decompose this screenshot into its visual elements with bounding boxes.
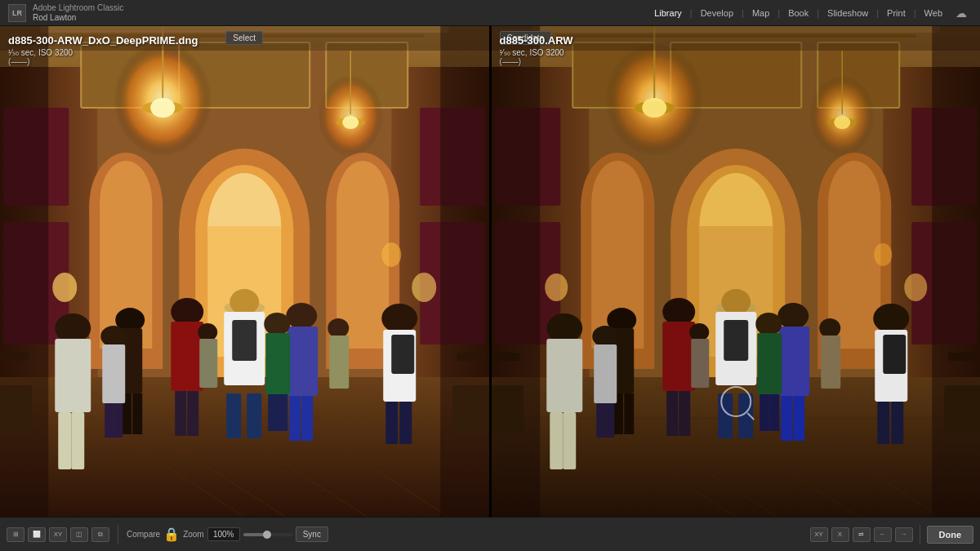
sync-btn[interactable]: Sync <box>296 527 328 542</box>
svg-point-83 <box>198 323 217 341</box>
x-btn-right[interactable]: X <box>831 527 849 542</box>
svg-point-168 <box>755 313 782 335</box>
app-name-block: Adobe Lightroom Classic Rod Lawton <box>33 3 123 23</box>
svg-point-36 <box>342 116 359 129</box>
nav-book[interactable]: Book <box>782 5 815 21</box>
svg-rect-69 <box>301 396 313 441</box>
candidate-badge-label: Candidate <box>507 33 545 42</box>
svg-rect-82 <box>114 403 122 438</box>
svg-point-85 <box>327 318 349 338</box>
svg-point-52 <box>171 298 203 326</box>
svg-rect-51 <box>132 393 142 434</box>
next-btn[interactable]: → <box>895 527 913 542</box>
svg-rect-81 <box>105 403 114 438</box>
svg-point-70 <box>381 304 417 333</box>
svg-rect-67 <box>287 327 318 396</box>
svg-point-145 <box>662 298 695 326</box>
svg-rect-157 <box>550 412 563 469</box>
left-photo <box>0 26 489 517</box>
zoom-slider-thumb[interactable] <box>263 531 271 539</box>
svg-rect-173 <box>594 344 617 403</box>
prev-btn[interactable]: ← <box>874 527 892 542</box>
nav-develop[interactable]: Develop <box>694 5 740 21</box>
svg-rect-170 <box>760 394 769 431</box>
svg-rect-74 <box>399 402 412 444</box>
svg-rect-148 <box>679 391 690 436</box>
view-mode-section: ⊞ ⬜ XY ◫ ⧉ <box>7 527 109 542</box>
user-name: Rod Lawton <box>33 13 123 23</box>
zoom-slider[interactable] <box>243 533 292 536</box>
svg-rect-59 <box>232 320 256 361</box>
svg-rect-165 <box>883 335 906 374</box>
svg-rect-186 <box>492 26 540 517</box>
svg-point-150 <box>721 289 751 315</box>
swap-icon: ⇄ <box>858 531 864 538</box>
svg-rect-65 <box>71 412 84 469</box>
svg-point-163 <box>873 304 909 333</box>
divider-1 <box>118 525 118 544</box>
svg-rect-63 <box>55 339 91 412</box>
top-bar: LR Adobe Lightroom Classic Rod Lawton Li… <box>0 0 980 26</box>
right-image-panel: Candidate d885-300.ARW ¹⁄₅₀ sec, ISO 320… <box>492 26 981 517</box>
grid-view-btn[interactable]: ⊞ <box>7 527 24 542</box>
compare-label: Compare <box>127 530 160 539</box>
svg-point-159 <box>777 303 808 329</box>
xy-btn-right[interactable]: XY <box>810 527 828 542</box>
svg-point-39 <box>381 242 401 267</box>
svg-rect-64 <box>58 412 71 469</box>
svg-rect-177 <box>691 339 709 388</box>
svg-point-32 <box>150 98 175 118</box>
svg-point-62 <box>55 313 91 343</box>
lock-icon: 🔒 <box>163 527 180 542</box>
svg-point-79 <box>100 326 127 347</box>
svg-point-37 <box>52 273 77 302</box>
nav-menu: Library | Develop | Map | Book | Slidesh… <box>648 3 972 23</box>
swap-btn[interactable]: ⇄ <box>853 527 871 542</box>
svg-rect-76 <box>265 333 290 394</box>
bottom-toolbar: ⊞ ⬜ XY ◫ ⧉ Compare 🔒 Zoom 100% Sync XY X… <box>0 517 980 551</box>
svg-rect-80 <box>102 344 125 403</box>
svg-rect-147 <box>666 391 678 436</box>
svg-point-178 <box>819 318 840 338</box>
compare-btn[interactable]: ◫ <box>70 527 88 542</box>
svg-rect-144 <box>624 393 634 434</box>
divider-2 <box>920 525 920 544</box>
done-button[interactable]: Done <box>927 526 974 544</box>
svg-point-176 <box>689 323 709 341</box>
svg-point-75 <box>264 313 290 335</box>
svg-rect-156 <box>546 339 582 412</box>
svg-rect-72 <box>391 335 414 374</box>
svg-rect-188 <box>492 26 981 51</box>
nav-map[interactable]: Map <box>746 5 776 21</box>
svg-point-125 <box>642 98 666 118</box>
xy-compare-btn[interactable]: XY <box>49 527 67 542</box>
select-badge-label: Select <box>233 33 256 42</box>
svg-rect-187 <box>932 26 980 517</box>
app-info: LR Adobe Lightroom Classic Rod Lawton <box>8 3 123 23</box>
svg-rect-161 <box>781 396 792 441</box>
svg-point-172 <box>592 326 618 347</box>
svg-rect-166 <box>877 402 889 444</box>
svg-rect-171 <box>769 394 779 431</box>
nav-slideshow[interactable]: Slideshow <box>821 5 875 21</box>
nav-web[interactable]: Web <box>918 5 949 21</box>
svg-rect-60 <box>226 393 241 438</box>
svg-point-130 <box>545 273 568 301</box>
app-logo: LR <box>8 4 26 22</box>
x-label: X <box>838 531 842 538</box>
svg-point-66 <box>286 303 317 329</box>
right-photo <box>492 26 981 517</box>
weather-icon: ☁ <box>951 3 972 23</box>
svg-rect-73 <box>385 402 398 444</box>
svg-rect-77 <box>268 394 278 431</box>
svg-point-155 <box>546 313 582 343</box>
svg-point-57 <box>229 289 259 315</box>
survey-btn[interactable]: ⧉ <box>91 527 109 542</box>
lock-btn[interactable]: 🔒 <box>163 527 180 542</box>
svg-rect-55 <box>187 391 198 436</box>
svg-rect-92 <box>440 26 488 517</box>
loupe-view-btn[interactable]: ⬜ <box>28 527 46 542</box>
candidate-badge: Candidate <box>500 31 552 45</box>
nav-print[interactable]: Print <box>880 5 912 21</box>
nav-library[interactable]: Library <box>648 5 688 21</box>
